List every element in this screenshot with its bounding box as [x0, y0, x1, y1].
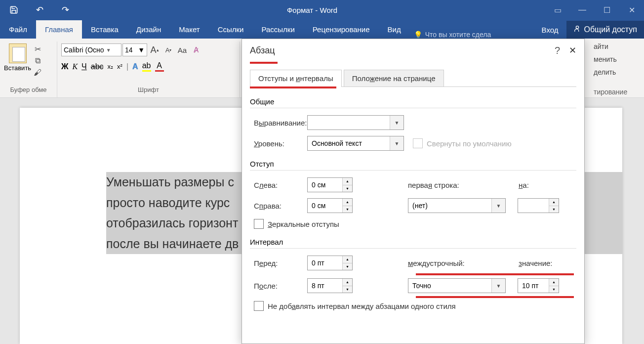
ribbon-options-icon[interactable]: ▭: [545, 0, 570, 20]
noadd-checkbox[interactable]: [254, 301, 264, 311]
before-label: Перед:: [250, 259, 307, 267]
chevron-down-icon: ▼: [390, 136, 403, 150]
copy-icon[interactable]: ⧉: [33, 56, 42, 65]
paste-label[interactable]: Вставить: [4, 64, 31, 72]
tab-file[interactable]: Файл: [0, 20, 36, 39]
tab-view[interactable]: Вид: [379, 20, 410, 39]
tab-mailings[interactable]: Рассылки: [252, 20, 303, 39]
undo-icon[interactable]: ↶: [30, 0, 49, 20]
font-size-combo[interactable]: 14▼: [122, 43, 147, 56]
underline-button[interactable]: Ч: [81, 62, 87, 71]
close-window-icon[interactable]: ✕: [619, 0, 644, 20]
editing-group-label: тирование: [594, 88, 644, 96]
spin-down-icon[interactable]: ▼: [343, 263, 352, 270]
tab-line-breaks[interactable]: Положение на странице: [344, 70, 444, 87]
strikethrough-button[interactable]: abc: [91, 62, 104, 71]
spin-down-icon[interactable]: ▼: [549, 206, 559, 213]
grow-font-icon[interactable]: A▴: [148, 43, 161, 56]
first-line-label: первая строка:: [408, 181, 507, 189]
highlight-icon[interactable]: ab: [142, 61, 151, 72]
font-size-value: 14: [125, 46, 133, 54]
select-label[interactable]: делить: [594, 68, 644, 76]
maximize-icon[interactable]: ☐: [595, 0, 619, 20]
share-button[interactable]: Общий доступ: [566, 21, 644, 39]
indent-left-spinner[interactable]: 0 см ▲▼: [307, 177, 353, 192]
dialog-tabs: Отступы и интервалы Положение на страниц…: [250, 70, 576, 87]
superscript-button[interactable]: x²: [117, 63, 122, 70]
font-name-value: Calibri (Осно: [64, 46, 104, 54]
tab-insert[interactable]: Вставка: [82, 20, 127, 39]
font-color-icon[interactable]: A: [155, 61, 164, 72]
first-line-value: (нет): [408, 202, 491, 210]
window-controls: ▭ — ☐ ✕: [545, 0, 644, 20]
svg-point-0: [576, 26, 578, 29]
spin-down-icon[interactable]: ▼: [343, 206, 352, 213]
replace-label[interactable]: менить: [594, 55, 644, 63]
save-icon[interactable]: [4, 0, 24, 20]
font-name-combo[interactable]: Calibri (Осно▼: [61, 43, 121, 56]
tab-review[interactable]: Рецензирование: [304, 20, 379, 39]
spin-up-icon[interactable]: ▲: [343, 178, 352, 185]
at-spinner[interactable]: 10 пт ▲▼: [518, 278, 559, 293]
signin-link[interactable]: Вход: [536, 22, 564, 38]
bold-button[interactable]: Ж: [61, 62, 68, 71]
mirror-checkbox[interactable]: [254, 219, 264, 229]
spin-up-icon[interactable]: ▲: [343, 279, 352, 286]
tab-home[interactable]: Главная: [36, 20, 82, 39]
line-spacing-label: междустрочный:: [408, 259, 507, 267]
minimize-icon[interactable]: —: [570, 0, 595, 20]
alignment-combo[interactable]: ▼: [307, 115, 404, 130]
find-label[interactable]: айти: [594, 43, 644, 50]
general-heading: Общие: [250, 97, 576, 108]
change-case-icon[interactable]: Aa: [176, 43, 189, 56]
clear-formatting-icon[interactable]: A̷: [190, 43, 202, 56]
section-spacing: Интервал Перед: 0 пт ▲▼ междустрочный: з…: [250, 238, 576, 311]
spin-up-icon[interactable]: ▲: [549, 279, 559, 286]
quick-access-toolbar: ↶ ↷: [0, 0, 79, 20]
subscript-button[interactable]: x₂: [108, 63, 114, 70]
italic-button[interactable]: К: [72, 62, 78, 71]
tab-design[interactable]: Дизайн: [127, 20, 170, 39]
text-effects-icon[interactable]: A: [132, 62, 138, 71]
annotation-underline: [250, 62, 278, 64]
annotation-underline: [416, 273, 574, 275]
redo-icon[interactable]: ↷: [55, 0, 75, 20]
annotation-underline: [416, 296, 574, 298]
tell-me-placeholder: Что вы хотите сдела: [425, 31, 491, 39]
by-spinner[interactable]: ▲▼: [518, 198, 559, 213]
indent-left-label: Слева:: [250, 181, 307, 189]
level-combo[interactable]: Основной текст ▼: [307, 136, 404, 151]
tab-layout[interactable]: Макет: [170, 20, 208, 39]
after-spinner[interactable]: 8 пт ▲▼: [307, 278, 353, 293]
share-label: Общий доступ: [584, 25, 638, 34]
close-icon[interactable]: ✕: [569, 45, 576, 56]
chevron-down-icon: ▼: [390, 116, 403, 129]
spin-down-icon[interactable]: ▼: [343, 286, 352, 293]
editing-group-peek: айти менить делить тирование: [590, 39, 644, 100]
format-painter-icon[interactable]: 🖌: [33, 68, 42, 77]
indent-right-spinner[interactable]: 0 см ▲▼: [307, 198, 353, 213]
title-bar: ↶ ↷ Формат - Word ▭ — ☐ ✕: [0, 0, 644, 20]
level-label: Уровень:: [250, 139, 307, 148]
spin-up-icon[interactable]: ▲: [343, 256, 352, 263]
cut-icon[interactable]: ✂: [33, 44, 42, 53]
shrink-font-icon[interactable]: A▾: [162, 43, 175, 56]
group-clipboard: Вставить ✂ ⧉ 🖌 Буфер обме: [0, 42, 57, 97]
spin-down-icon[interactable]: ▼: [549, 286, 559, 293]
spin-up-icon[interactable]: ▲: [343, 199, 352, 206]
noadd-label: Не добавлять интервал между абзацами одн…: [268, 302, 456, 310]
dialog-header: Абзац ? ✕: [242, 39, 584, 62]
first-line-combo[interactable]: (нет) ▼: [408, 198, 506, 213]
tab-references[interactable]: Ссылки: [209, 20, 253, 39]
help-icon[interactable]: ?: [555, 45, 560, 56]
line-spacing-combo[interactable]: Точно ▼: [408, 278, 506, 293]
window-title: Формат - Word: [79, 6, 545, 14]
spin-up-icon[interactable]: ▲: [549, 199, 559, 206]
tell-me-box[interactable]: 💡 Что вы хотите сдела: [410, 31, 536, 39]
tab-indents-spacing[interactable]: Отступы и интервалы: [250, 70, 342, 87]
paste-icon[interactable]: [9, 43, 27, 63]
section-indent: Отступ Слева: 0 см ▲▼ первая строка: на:…: [250, 160, 576, 229]
spin-down-icon[interactable]: ▼: [343, 185, 352, 192]
indent-right-value: 0 см: [308, 199, 342, 213]
before-spinner[interactable]: 0 пт ▲▼: [307, 256, 353, 270]
